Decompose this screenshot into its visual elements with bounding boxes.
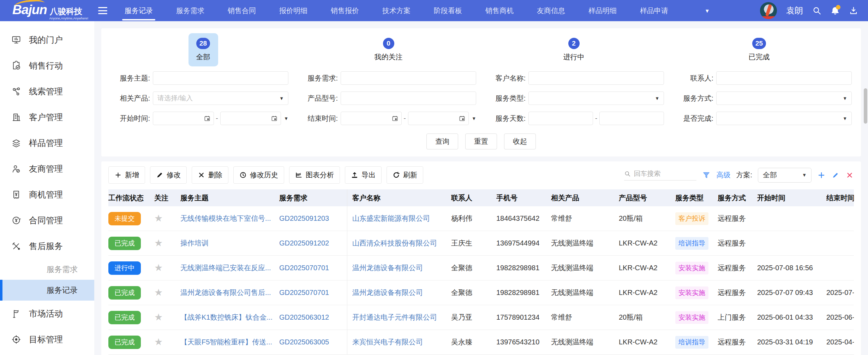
method-select[interactable]: ▼ xyxy=(716,91,852,105)
topic-link[interactable]: 无线传输模块在地下室信号... xyxy=(180,214,271,223)
sidebar-item-marketing[interactable]: 市场活动 xyxy=(0,301,94,326)
notification-bell-icon[interactable] xyxy=(831,6,840,15)
sidebar-item-customers[interactable]: 客户管理 xyxy=(0,104,94,130)
sidebar-item-opportunities[interactable]: 商机管理 xyxy=(0,182,94,207)
history-button[interactable]: 修改历史 xyxy=(233,166,284,184)
nav-tab-sales-quotes[interactable]: 销售报价 xyxy=(319,0,371,21)
nav-tab-stage-board[interactable]: 阶段看板 xyxy=(422,0,474,21)
download-icon[interactable] xyxy=(849,6,858,15)
customer-link[interactable]: 山西清众科技股份有限公司 xyxy=(352,238,437,248)
topic-link[interactable]: 操作培训 xyxy=(180,238,209,248)
topic-input[interactable] xyxy=(157,74,284,82)
advanced-link[interactable]: 高级 xyxy=(716,170,730,180)
scrollbar-thumb[interactable] xyxy=(864,88,867,124)
scheme-add-icon[interactable] xyxy=(817,171,826,179)
sidebar-subitem-service-demands[interactable]: 服务需求 xyxy=(0,259,94,280)
customer-link[interactable]: 来宾恒兴电子有限公司 xyxy=(352,337,423,347)
days-max-input[interactable] xyxy=(599,112,664,125)
nav-tab-service-demands[interactable]: 服务需求 xyxy=(164,0,216,21)
sidebar-item-competitors[interactable]: 友商管理 xyxy=(0,156,94,182)
demand-link[interactable]: GD2025070701 xyxy=(279,264,329,272)
demand-link[interactable]: GD2025091203 xyxy=(279,214,329,223)
nav-more-caret-icon[interactable]: ▼ xyxy=(705,0,710,21)
demand-link[interactable]: GD2025063005 xyxy=(279,338,329,346)
sidebar-item-targets[interactable]: 目标管理 xyxy=(0,326,94,352)
chart-analysis-button[interactable]: 图表分析 xyxy=(289,166,340,184)
sidebar-item-sales-actions[interactable]: 销售行动 xyxy=(0,53,94,78)
star-icon[interactable]: ★ xyxy=(154,214,163,223)
start-date-to[interactable] xyxy=(220,112,281,125)
customer-link[interactable]: 温州龙德设备有限公司 xyxy=(352,263,423,273)
star-icon[interactable]: ★ xyxy=(154,313,163,322)
demand-input[interactable] xyxy=(345,74,472,82)
demand-link[interactable]: GD2025063012 xyxy=(279,313,329,321)
model-input[interactable] xyxy=(345,94,472,102)
nav-tab-sales-opportunities[interactable]: 销售商机 xyxy=(474,0,525,21)
filter-funnel-icon[interactable] xyxy=(702,171,711,179)
customer-link[interactable]: 山东盛宏新能源有限公司 xyxy=(352,214,430,223)
nav-tab-sample-details[interactable]: 样品明细 xyxy=(577,0,628,21)
topic-link[interactable]: 【天眼F5智能检重秤】传送... xyxy=(180,337,272,347)
refresh-button[interactable]: 刷新 xyxy=(387,166,423,184)
vertical-scrollbar[interactable] xyxy=(864,21,867,355)
edit-button[interactable]: 修改 xyxy=(150,166,187,184)
topic-link[interactable]: 温州龙德设备有限公司售后... xyxy=(180,288,271,297)
table-row[interactable]: 已完成 ★ 【战斧K1数控铣床】钛合金... GD2025063012 开封通达… xyxy=(108,305,854,330)
sidebar-item-leads[interactable]: 线索管理 xyxy=(0,78,94,104)
table-row[interactable]: 已完成 ★ 温州龙德设备有限公司售后... GD2025070701 温州龙德设… xyxy=(108,280,854,305)
end-date-to[interactable] xyxy=(408,112,469,125)
delete-button[interactable]: 删除 xyxy=(192,166,228,184)
export-button[interactable]: 导出 xyxy=(345,166,382,184)
sidebar-item-my-portal[interactable]: 我的门户 xyxy=(0,27,94,53)
star-icon[interactable]: ★ xyxy=(154,263,163,273)
nav-tab-sample-requests[interactable]: 样品申请 xyxy=(628,0,680,21)
table-search[interactable] xyxy=(624,170,696,181)
query-button[interactable]: 查询 xyxy=(426,134,458,149)
table-row[interactable]: 已完成 ★ 操作培训 GD2025091202 山西清众科技股份有限公司 王庆生… xyxy=(108,231,854,256)
nav-tab-competitor-info[interactable]: 友商信息 xyxy=(525,0,577,21)
demand-link[interactable]: GD2025070701 xyxy=(279,289,329,297)
topic-link[interactable]: 【战斧K1数控铣床】钛合金... xyxy=(180,313,273,322)
product-select[interactable]: 请选择/输入 ▼ xyxy=(153,91,288,105)
customer-link[interactable]: 开封通达电子元件有限公司 xyxy=(352,313,437,322)
scheme-edit-icon[interactable] xyxy=(831,171,840,179)
start-date-from[interactable] xyxy=(153,112,214,125)
brand-logo[interactable]: Bajun 八骏科技 Anyone,Anytime,Anywhere! xyxy=(0,1,95,20)
sidebar-item-contracts[interactable]: 合同管理 xyxy=(0,207,94,233)
reset-button[interactable]: 重置 xyxy=(465,134,497,149)
stat-my-follow[interactable]: 0 我的关注 xyxy=(367,33,411,66)
customer-input[interactable] xyxy=(533,74,659,82)
caret-down-icon[interactable]: ▼ xyxy=(472,116,476,121)
menu-hamburger-icon[interactable] xyxy=(98,7,107,14)
sidebar-item-samples[interactable]: 样品管理 xyxy=(0,130,94,156)
table-row[interactable]: 未提交 ★ 无线传输模块在地下室信号... GD2025091203 山东盛宏新… xyxy=(108,206,854,231)
type-select[interactable]: ▼ xyxy=(528,91,664,105)
star-icon[interactable]: ★ xyxy=(154,288,163,297)
sidebar-subitem-service-records[interactable]: 服务记录 xyxy=(0,280,94,301)
end-date-from[interactable] xyxy=(341,112,402,125)
nav-tab-quote-details[interactable]: 报价明细 xyxy=(268,0,319,21)
sidebar-item-after-sales[interactable]: 售后服务 xyxy=(0,233,94,259)
scheme-delete-icon[interactable] xyxy=(845,171,854,179)
topic-link[interactable]: 无线测温终端已安装在反应... xyxy=(180,263,271,273)
stat-in-progress[interactable]: 2 进行中 xyxy=(556,33,592,66)
add-button[interactable]: 新增 xyxy=(108,166,145,184)
table-row[interactable]: 已完成 ★ 【天眼F5智能检重秤】传送... GD2025063005 来宾恒兴… xyxy=(108,330,854,355)
user-name[interactable]: 袁朗 xyxy=(786,5,803,16)
star-icon[interactable]: ★ xyxy=(154,238,163,248)
table-search-input[interactable] xyxy=(634,170,697,178)
star-icon[interactable]: ★ xyxy=(154,337,163,347)
caret-down-icon[interactable]: ▼ xyxy=(284,116,288,121)
search-icon[interactable] xyxy=(812,6,821,15)
user-avatar[interactable] xyxy=(760,2,777,19)
nav-tab-service-records[interactable]: 服务记录 xyxy=(113,0,164,21)
done-select[interactable]: ▼ xyxy=(716,112,852,125)
demand-link[interactable]: GD2025091202 xyxy=(279,239,329,247)
customer-link[interactable]: 温州龙德设备有限公司 xyxy=(352,288,423,297)
scheme-select[interactable]: 全部 ▼ xyxy=(758,168,812,183)
stat-completed[interactable]: 25 已完成 xyxy=(741,33,778,66)
table-row[interactable]: 进行中 ★ 无线测温终端已安装在反应... GD2025070701 温州龙德设… xyxy=(108,256,854,280)
contact-input[interactable] xyxy=(721,74,847,82)
stat-all[interactable]: 28 全部 xyxy=(188,33,218,66)
days-min-input[interactable] xyxy=(528,112,593,125)
